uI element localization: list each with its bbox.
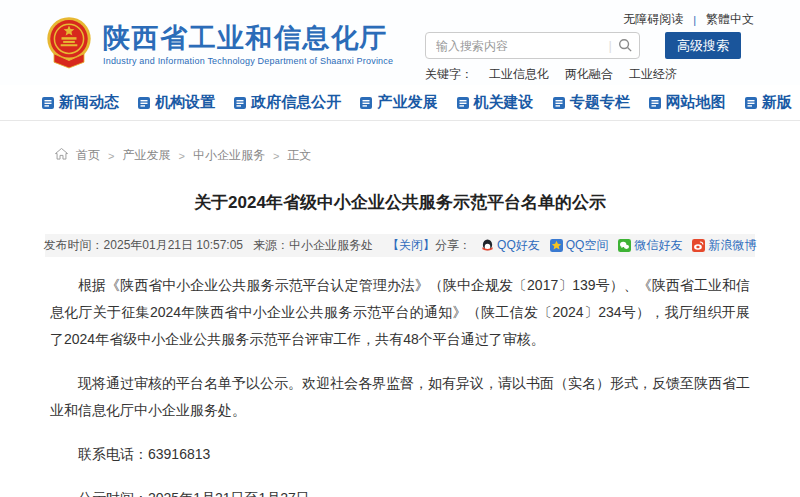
search-divider: |	[609, 38, 612, 53]
news-icon	[42, 97, 54, 109]
nav-label: 专题专栏	[570, 93, 630, 112]
breadcrumb-sme-service[interactable]: 中小企业服务	[193, 147, 265, 164]
gov-info-icon	[234, 97, 246, 109]
search-keywords: 关键字： 工业信息化 两化融合 工业经济	[425, 66, 677, 83]
nav-label: 网站地图	[666, 93, 726, 112]
traditional-chinese-link[interactable]: 繁體中文	[706, 11, 754, 28]
site-logo[interactable]: 陕西省工业和信息化厅 Industry and Information Tech…	[44, 15, 393, 75]
nav-item-news[interactable]: 新闻动态	[42, 93, 119, 112]
nav-label: 新闻动态	[59, 93, 119, 112]
advanced-search-button[interactable]: 高级搜索	[665, 32, 741, 59]
source-label: 来源：	[253, 237, 289, 254]
site-subtitle: Industry and Information Technology Depa…	[103, 56, 393, 66]
top-utility-links: 无障碍阅读 | 繁體中文	[623, 11, 754, 28]
wechat-icon	[618, 239, 631, 252]
accessibility-link[interactable]: 无障碍阅读	[623, 11, 683, 28]
share-label: 分享：	[435, 237, 471, 254]
share-qzone[interactable]: QQ空间	[550, 237, 609, 254]
article-paragraph-phone: 联系电话：63916813	[50, 441, 750, 468]
publish-time-value: 2025年01月21日 10:57:05	[104, 237, 243, 254]
breadcrumb: 首页 > 产业发展 > 中小企业服务 > 正文	[30, 129, 770, 164]
keyword-link[interactable]: 工业经济	[629, 66, 677, 83]
article-paragraph: 现将通过审核的平台名单予以公示。欢迎社会各界监督，如有异议，请以书面（实名）形式…	[50, 370, 750, 424]
breadcrumb-separator: >	[108, 150, 114, 162]
share-label-text: QQ空间	[566, 237, 609, 254]
nav-label: 机关建设	[474, 93, 534, 112]
nav-label: 产业发展	[377, 93, 437, 112]
article-paragraph-period: 公示时间：2025年1月21日至1月27日。	[50, 485, 750, 497]
share-label-text: 新浪微博	[708, 237, 756, 254]
keyword-link[interactable]: 工业信息化	[489, 66, 549, 83]
content-card: 首页 > 产业发展 > 中小企业服务 > 正文 关于2024年省级中小企业公共服…	[30, 129, 770, 497]
industry-icon	[360, 97, 372, 109]
search-icon[interactable]	[618, 38, 633, 57]
site-title: 陕西省工业和信息化厅	[103, 24, 393, 54]
organization-icon	[138, 97, 150, 109]
qzone-icon	[550, 239, 563, 252]
article-meta-bar: 发布时间： 2025年01月21日 10:57:05 来源： 中小企业服务处 【…	[45, 234, 755, 257]
topics-icon	[553, 97, 565, 109]
nav-item-newsite[interactable]: 新版	[745, 93, 792, 112]
site-header: 陕西省工业和信息化厅 Industry and Information Tech…	[0, 0, 800, 85]
nav-label: 政府信息公开	[251, 93, 341, 112]
article-paragraph: 根据《陕西省中小企业公共服务示范平台认定管理办法》（陕中企规发〔2017〕139…	[50, 272, 750, 353]
keywords-label: 关键字：	[425, 66, 473, 83]
nav-item-industry[interactable]: 产业发展	[360, 93, 437, 112]
national-emblem-icon	[44, 15, 94, 75]
nav-label: 新版	[762, 93, 792, 112]
page: 陕西省工业和信息化厅 Industry and Information Tech…	[0, 0, 800, 497]
breadcrumb-home[interactable]: 首页	[76, 147, 100, 164]
qq-icon	[481, 239, 494, 252]
nav-item-sitemap[interactable]: 网站地图	[649, 93, 726, 112]
nav-label: 机构设置	[155, 93, 215, 112]
main-nav: 新闻动态 机构设置 政府信息公开 产业发展 机关建设 专题专栏 网站地图 新版	[0, 85, 800, 121]
breadcrumb-industry[interactable]: 产业发展	[122, 147, 170, 164]
source-value: 中小企业服务处	[289, 237, 373, 254]
agency-icon	[457, 97, 469, 109]
toplink-separator: |	[693, 14, 696, 26]
close-button[interactable]: 【关闭】	[387, 237, 435, 254]
weibo-icon	[692, 239, 705, 252]
nav-item-agency[interactable]: 机关建设	[457, 93, 534, 112]
share-weibo[interactable]: 新浪微博	[692, 237, 756, 254]
newsite-icon	[745, 97, 757, 109]
nav-item-topics[interactable]: 专题专栏	[553, 93, 630, 112]
share-wechat[interactable]: 微信好友	[618, 237, 682, 254]
breadcrumb-separator: >	[178, 150, 184, 162]
breadcrumb-separator: >	[273, 150, 279, 162]
search-box: |	[425, 32, 640, 59]
article-title: 关于2024年省级中小企业公共服务示范平台名单的公示	[30, 191, 770, 214]
share-qq-friends[interactable]: QQ好友	[481, 237, 540, 254]
search-row: | 高级搜索	[425, 32, 741, 59]
share-label-text: QQ好友	[497, 237, 540, 254]
breadcrumb-current: 正文	[287, 147, 311, 164]
nav-item-gov-info[interactable]: 政府信息公开	[234, 93, 341, 112]
nav-item-organization[interactable]: 机构设置	[138, 93, 215, 112]
article-body: 根据《陕西省中小企业公共服务示范平台认定管理办法》（陕中企规发〔2017〕139…	[30, 272, 770, 497]
publish-time-label: 发布时间：	[44, 237, 104, 254]
home-icon	[55, 148, 68, 163]
share-label-text: 微信好友	[634, 237, 682, 254]
sitemap-icon	[649, 97, 661, 109]
keyword-link[interactable]: 两化融合	[565, 66, 613, 83]
